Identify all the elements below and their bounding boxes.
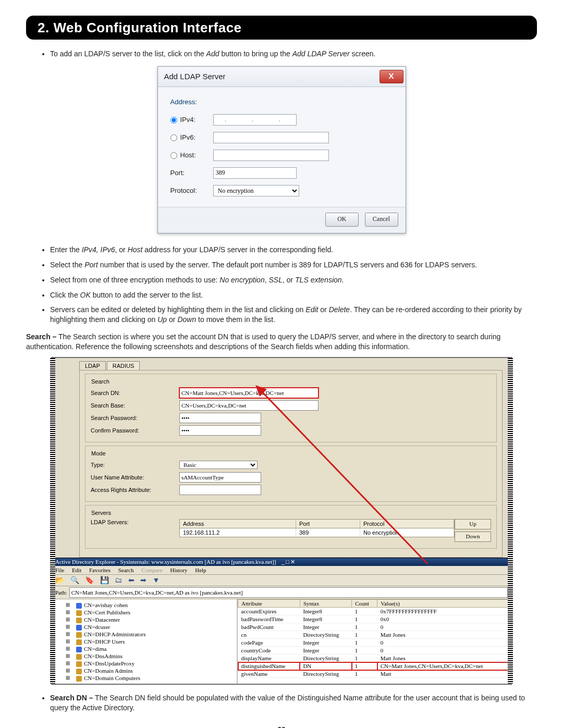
confirm-pw-label: Confirm Password: (91, 427, 179, 434)
address-label: Address: (170, 98, 203, 106)
list-item: Select from one of three encryption meth… (50, 275, 537, 285)
group-icon (76, 618, 82, 623)
group-icon (76, 654, 82, 660)
down-button[interactable]: Down (455, 532, 491, 542)
list-item: Enter the IPv4, IPv6, or Host address fo… (50, 245, 537, 255)
menu-search[interactable]: Search (118, 567, 134, 573)
confirm-pw-input[interactable] (179, 425, 261, 436)
th-count: Count (352, 600, 377, 608)
tree-node[interactable]: CN=Domain Computers (53, 674, 236, 682)
instruction-list: Enter the IPv4, IPv6, or Host address fo… (50, 245, 537, 325)
close-icon[interactable]: X (380, 70, 403, 83)
list-item: Click the OK button to add the server to… (50, 290, 537, 300)
adx-tree[interactable]: CN=avishay cohenCN=Cert PublishersCN=Dat… (52, 599, 238, 684)
path-input[interactable] (69, 587, 508, 598)
property-row[interactable]: countryCodeInteger10 (238, 647, 511, 655)
page-number: 29 (26, 725, 537, 728)
group-icon (76, 639, 82, 645)
search-dn-note: Search DN – The Search DN field should b… (50, 693, 537, 713)
th-protocol: Protocol (360, 520, 454, 528)
ldap-servers-label: LDAP Servers: (91, 519, 179, 525)
property-row[interactable]: givenNameDirectoryString1Matt (238, 670, 511, 678)
th-value: Value(s) (377, 600, 511, 608)
type-select[interactable]: Basic (179, 461, 258, 469)
menu-help[interactable]: Help (195, 567, 206, 573)
ad-explorer-window: Active Directory Explorer - Sysinternals… (52, 558, 511, 684)
adx-toolbar-icons[interactable]: 📂 🔍 🔖 💾 🗂 ⬅ ➡ ▼ (52, 575, 511, 586)
search-base-label: Search Base: (91, 402, 179, 409)
tree-node[interactable]: CN=dcuser (53, 623, 236, 631)
host-label: Host: (180, 151, 196, 159)
port-input[interactable] (213, 167, 297, 179)
group-search: Search (90, 378, 111, 385)
property-row[interactable]: codePageInteger10 (238, 639, 511, 647)
tab-ldap[interactable]: LDAP (79, 361, 106, 370)
group-icon (76, 661, 82, 667)
group-icon (76, 632, 82, 638)
ipv6-input[interactable] (213, 132, 329, 143)
tree-node[interactable]: CN=Domain Admins (53, 667, 236, 674)
list-item: Select the Port number that is used by t… (50, 260, 537, 270)
ipv6-radio[interactable] (170, 134, 177, 141)
cell-address: 192.168.111.2 (180, 528, 296, 537)
menu-compare: Compare (141, 567, 162, 573)
search-pw-label: Search Password: (91, 415, 179, 421)
ok-button[interactable]: OK (325, 213, 359, 227)
menu-favorites[interactable]: Favorites (89, 567, 111, 573)
adx-properties[interactable]: Attribute Syntax Count Value(s) accountE… (238, 599, 511, 684)
th-port: Port (296, 520, 360, 528)
dialog-title: Add LDAP Server (164, 72, 380, 81)
path-label: Path: (55, 589, 67, 596)
ara-input[interactable] (179, 485, 261, 495)
window-controls-icon[interactable]: _□✕ (282, 559, 508, 565)
property-row[interactable]: badPwdCountInteger10 (238, 623, 511, 631)
cell-protocol: No encryption (360, 528, 454, 537)
tree-node[interactable]: CN=DnsUpdateProxy (53, 660, 236, 667)
menu-edit[interactable]: Edit (72, 567, 81, 573)
ipv4-input[interactable] (213, 114, 297, 126)
host-input[interactable] (213, 150, 329, 161)
group-icon (76, 610, 82, 616)
up-button[interactable]: Up (455, 519, 491, 529)
search-paragraph: Search – The Search section is where you… (26, 332, 537, 352)
type-label: Type: (91, 462, 179, 468)
search-dn-input[interactable] (179, 388, 319, 398)
ipv6-label: IPv6: (180, 133, 196, 141)
ipv4-label: IPv4: (180, 116, 196, 124)
protocol-select[interactable]: No encryption (213, 185, 299, 196)
tree-node[interactable]: CN=Cert Publishers (53, 609, 236, 616)
tree-node[interactable]: CN=avishay cohen (53, 601, 236, 609)
search-screenshot: LDAP RADIUS Search Search DN: Search Bas… (51, 357, 512, 685)
property-row[interactable]: accountExpiresInteger810x7FFFFFFFFFFFFFF… (238, 608, 511, 615)
property-row[interactable]: cnDirectoryString1Matt Jones (238, 631, 511, 639)
property-row[interactable]: distinguishedNameDN1CN=Matt Jones,CN=Use… (238, 662, 511, 670)
group-icon (76, 676, 82, 682)
list-item: Servers can be edited or deleted by high… (50, 305, 537, 325)
ara-label: Access Rights Attribute: (91, 487, 179, 493)
add-ldap-dialog: Add LDAP Server X Address: IPv4: IPv6: H… (157, 66, 406, 233)
tree-node[interactable]: CN=DHCP Users (53, 638, 236, 645)
menu-file[interactable]: File (55, 567, 64, 573)
una-label: User Name Attribute: (91, 474, 179, 480)
tree-node[interactable]: CN=DnsAdmins (53, 652, 236, 660)
tree-node[interactable]: CN=DHCP Administrators (53, 631, 236, 638)
server-row[interactable]: 192.168.111.2 389 No encryption (179, 528, 455, 537)
property-row[interactable]: displayNameDirectoryString1Matt Jones (238, 655, 511, 662)
tab-radius[interactable]: RADIUS (107, 361, 140, 370)
user-icon (76, 625, 82, 631)
section-heading: 2. Web Configuration Interface (26, 16, 537, 40)
search-pw-input[interactable] (179, 413, 261, 423)
tree-node[interactable]: CN=dima (53, 645, 236, 652)
adx-menu[interactable]: File Edit Favorites Search Compare Histo… (52, 566, 511, 575)
search-dn-label: Search DN: (91, 390, 179, 396)
cancel-button[interactable]: Cancel (365, 213, 398, 227)
tree-node[interactable]: CN=Datacenter (53, 616, 236, 623)
ipv4-radio[interactable] (170, 117, 177, 124)
property-row[interactable]: badPasswordTimeInteger810x0 (238, 615, 511, 623)
una-input[interactable] (179, 472, 261, 483)
menu-history[interactable]: History (170, 567, 187, 573)
group-mode: Mode (90, 450, 107, 456)
th-address: Address (180, 520, 296, 528)
search-base-input[interactable] (179, 400, 319, 411)
host-radio[interactable] (170, 152, 177, 159)
